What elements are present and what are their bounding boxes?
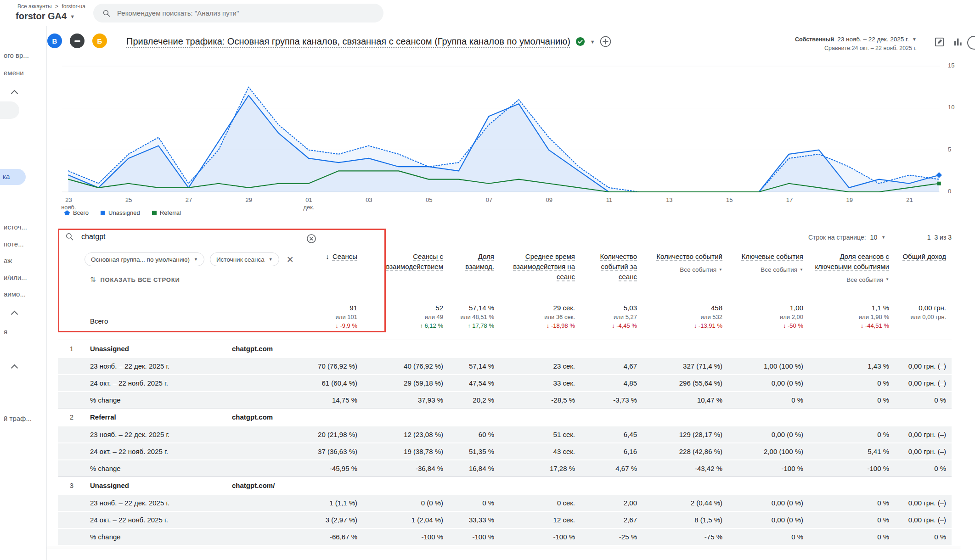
metric-value: 12 сек. <box>500 516 580 524</box>
sidebar-item[interactable]: и/или... <box>4 274 27 281</box>
global-search-input[interactable] <box>117 9 365 17</box>
sidebar-item[interactable]: аимо... <box>4 290 26 298</box>
chart-columns-icon[interactable] <box>952 37 963 47</box>
metric-value: -100 % <box>363 533 449 541</box>
metric-value: 1,43 % <box>809 362 895 370</box>
date-range-picker[interactable]: Собственный 23 нояб. – 22 дек. 2025 г. ▼… <box>795 36 917 51</box>
sidebar-item[interactable]: источ... <box>4 223 27 231</box>
metric-value: -3,73 % <box>580 396 642 404</box>
table-row[interactable]: 2Referralchatgpt.com <box>58 408 952 426</box>
column-header[interactable]: Ключевые событияВсе события▼ <box>728 229 809 302</box>
metric-value: -28,5 % <box>500 396 580 404</box>
metric-value: 16,84 % <box>449 465 500 472</box>
table-search-input[interactable] <box>81 233 256 241</box>
legend-label: Unassigned <box>108 209 140 216</box>
expand-rows-icon: ⇅ <box>90 275 96 284</box>
avatar[interactable]: Б <box>92 34 107 48</box>
traffic-line-chart[interactable] <box>62 63 946 193</box>
metric-filter-dropdown[interactable]: Все события▼ <box>680 265 722 274</box>
metric-value: 57,14 % <box>449 362 500 370</box>
clear-search-icon[interactable] <box>306 233 317 246</box>
legend-item[interactable]: Всего <box>64 209 89 216</box>
metric-value: 0 сек. <box>500 499 580 507</box>
sidebar-item[interactable]: емени <box>4 69 24 77</box>
avatar[interactable] <box>70 34 85 48</box>
chevron-up-icon[interactable] <box>11 90 18 97</box>
column-header[interactable]: Количество событий за сеанс <box>580 229 642 302</box>
column-header[interactable]: Доля взаимод. <box>449 229 500 302</box>
breadcrumb-property[interactable]: forstor-ua <box>62 3 85 10</box>
metric-value: -36,84 % <box>363 465 449 472</box>
global-search[interactable] <box>93 4 383 22</box>
subrow-label: % change <box>85 396 315 404</box>
chevron-up-icon[interactable] <box>11 311 18 318</box>
account-selector[interactable]: forstor GA4 ▼ <box>16 11 75 22</box>
sidebar-item[interactable]: аж <box>4 257 12 264</box>
metric-value: 6,45 <box>580 431 642 438</box>
show-all-rows-button[interactable]: ⇅ ПОКАЗАТЬ ВСЕ СТРОКИ <box>90 275 180 284</box>
totals-change: ↓ -18,98 % <box>547 322 575 329</box>
minus-icon <box>74 40 80 42</box>
metric-value: 0,00 (0 %) <box>728 431 809 438</box>
column-header[interactable]: Общий доход <box>895 229 952 302</box>
metric-value: 0 % <box>809 533 895 541</box>
column-label: Ключевые события <box>741 252 803 260</box>
remove-dimension-icon[interactable]: ✕ <box>287 254 294 265</box>
legend-item[interactable]: Unassigned <box>101 209 140 216</box>
metric-value: 17,28 % <box>500 465 580 472</box>
metric-filter-dropdown[interactable]: Все события▼ <box>846 275 889 285</box>
column-header[interactable]: ↓ Сеансы <box>315 229 363 302</box>
sidebar-pill[interactable] <box>0 101 19 119</box>
saved-check-icon[interactable] <box>575 36 586 47</box>
metric-value: 51,35 % <box>449 448 500 455</box>
avatar[interactable]: В <box>47 34 62 48</box>
sidebar-item[interactable]: ого вр... <box>4 51 29 59</box>
sidebar-item-active[interactable]: ка <box>0 169 26 185</box>
legend-item[interactable]: Referral <box>152 209 181 216</box>
table-search[interactable] <box>65 232 256 241</box>
add-comparison-icon[interactable] <box>600 36 611 47</box>
x-axis-tick: 07 <box>459 196 519 212</box>
sidebar-item[interactable]: поте... <box>4 240 24 248</box>
chevron-down-icon: ▼ <box>269 257 273 262</box>
column-label: Сеансы с взаимодействием <box>386 252 443 270</box>
breadcrumb-root[interactable]: Все аккаунты <box>17 3 52 10</box>
metric-value: 1,00 (100 %) <box>728 362 809 370</box>
y-axis-tick: 15 <box>948 62 954 69</box>
row-channel-group: Unassigned <box>85 345 228 353</box>
metric-filter-dropdown[interactable]: Все события▼ <box>761 265 803 274</box>
table-row[interactable]: 3Unassignedchatgpt.com/ <box>58 476 952 494</box>
metric-value: 40 (76,92 %) <box>363 362 449 370</box>
column-header[interactable]: Доля сеансов с ключевыми событиямиВсе со… <box>809 229 895 302</box>
column-header[interactable]: Количество событийВсе события▼ <box>642 229 728 302</box>
breadcrumb[interactable]: Все аккаунты > forstor-ua <box>17 3 85 10</box>
totals-comparison-value: или 36 сек. <box>544 314 575 320</box>
primary-dimension-chip[interactable]: Основная группа... по умолчанию) ▼ <box>85 252 204 266</box>
totals-value: 0,00 грн. <box>919 304 946 312</box>
report-title[interactable]: Привлечение трафика: Основная группа кан… <box>126 36 570 47</box>
metric-value: 0,00 грн. (–) <box>895 379 952 387</box>
metric-value: 33,33 % <box>449 516 500 524</box>
chip-label: Источник сеанса <box>216 256 265 263</box>
column-label: Сеансы <box>333 252 357 260</box>
metric-value: 19 (38,78 %) <box>363 448 449 455</box>
table-subrow: 23 нояб. – 22 дек. 2025 г.1 (1,1 %)0 (0 … <box>58 494 952 511</box>
column-header[interactable]: Среднее время взаимодействия на сеанс <box>500 229 580 302</box>
chevron-up-icon[interactable] <box>11 364 18 372</box>
sidebar-item[interactable]: й траф... <box>4 414 32 422</box>
metric-value: 4,85 <box>580 379 642 387</box>
x-axis-tick: 05 <box>399 196 459 212</box>
totals-value: 1,00 <box>790 304 803 312</box>
insights-icon[interactable] <box>967 36 975 50</box>
secondary-dimension-chip[interactable]: Источник сеанса ▼ <box>210 252 279 266</box>
edit-note-icon[interactable] <box>934 37 945 47</box>
table-row[interactable]: 1Unassignedchatgpt.com <box>58 340 952 357</box>
metric-value: 1 (2,04 %) <box>363 516 449 524</box>
column-header[interactable]: Сеансы с взаимодействием <box>363 229 449 302</box>
totals-change: ↓ -9,9 % <box>335 322 357 329</box>
metric-value: 0 % <box>809 396 895 404</box>
sidebar-item[interactable]: я <box>4 328 7 336</box>
table-header: Основная группа... по умолчанию) ▼ Источ… <box>58 229 952 302</box>
chevron-down-icon[interactable]: ▼ <box>590 39 595 45</box>
totals-comparison-value: или 101 <box>336 314 357 320</box>
